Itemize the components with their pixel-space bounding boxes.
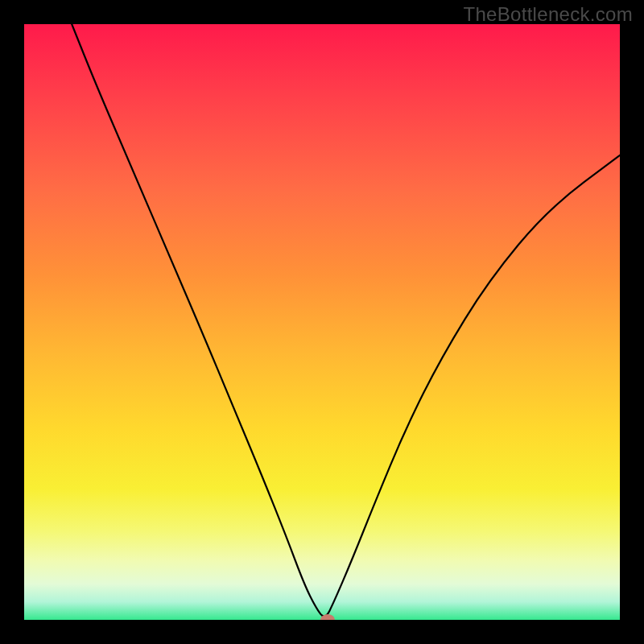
watermark-text: TheBottleneck.com <box>463 3 633 26</box>
curve-path <box>72 24 620 617</box>
chart-frame: TheBottleneck.com <box>0 0 644 644</box>
min-marker-icon <box>320 614 335 620</box>
plot-area <box>24 24 620 620</box>
curve-svg <box>24 24 620 620</box>
